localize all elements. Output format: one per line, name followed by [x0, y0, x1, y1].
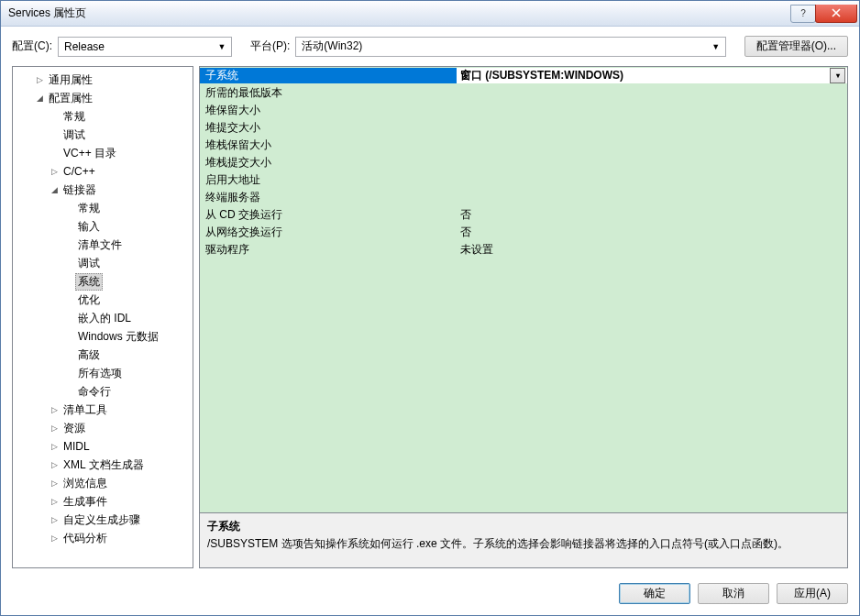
- property-label: 所需的最低版本: [200, 85, 457, 101]
- tree-item[interactable]: VC++ 目录: [13, 144, 193, 162]
- chevron-down-icon: ▼: [709, 42, 723, 51]
- property-row[interactable]: 启用大地址: [200, 171, 847, 189]
- tree-item[interactable]: ▷C/C++: [13, 162, 193, 181]
- expander-closed-icon[interactable]: ▷: [48, 424, 61, 433]
- tree-item[interactable]: 嵌入的 IDL: [13, 309, 193, 327]
- tree-item-label: XML 文档生成器: [61, 456, 147, 474]
- right-pane: 子系统窗口 (/SUBSYSTEM:WINDOWS)▾所需的最低版本堆保留大小堆…: [199, 66, 848, 568]
- close-button[interactable]: [815, 5, 857, 23]
- property-value[interactable]: 未设置: [457, 242, 847, 258]
- expander-closed-icon[interactable]: ▷: [48, 442, 61, 451]
- property-value-text: 否: [460, 225, 847, 240]
- tree-item[interactable]: 高级: [13, 346, 193, 364]
- expander-open-icon[interactable]: ◢: [33, 94, 46, 103]
- property-row[interactable]: 从 CD 交换运行否: [200, 206, 847, 224]
- titlebar-buttons: ?: [791, 5, 857, 23]
- property-row[interactable]: 堆保留大小: [200, 102, 847, 119]
- tree-item[interactable]: 系统: [13, 272, 193, 291]
- tree-item[interactable]: ▷资源: [13, 419, 193, 437]
- expander-closed-icon[interactable]: ▷: [48, 167, 61, 176]
- tree-item[interactable]: Windows 元数据: [13, 327, 193, 346]
- tree-item-label: Windows 元数据: [75, 328, 161, 346]
- tree-item[interactable]: ▷清单工具: [13, 401, 193, 419]
- tree-item-label: 浏览信息: [61, 475, 110, 492]
- tree-item[interactable]: 命令行: [13, 382, 193, 401]
- config-toolbar: 配置(C): Release ▼ 平台(P): 活动(Win32) ▼ 配置管理…: [1, 27, 859, 66]
- tree-item[interactable]: ▷生成事件: [13, 492, 193, 511]
- tree-item-label: 自定义生成步骤: [61, 512, 143, 529]
- tree-item[interactable]: 常规: [13, 199, 193, 217]
- tree-item[interactable]: 输入: [13, 217, 193, 236]
- tree-item[interactable]: ▷浏览信息: [13, 474, 193, 492]
- tree-item[interactable]: ▷代码分析: [13, 529, 193, 547]
- expander-open-icon[interactable]: ◢: [48, 185, 61, 194]
- property-label: 驱动程序: [200, 242, 457, 258]
- config-combo[interactable]: Release ▼: [58, 37, 232, 57]
- expander-closed-icon[interactable]: ▷: [48, 478, 61, 488]
- dropdown-arrow-icon[interactable]: ▾: [830, 68, 845, 83]
- property-value[interactable]: 窗口 (/SUBSYSTEM:WINDOWS)▾: [457, 68, 847, 83]
- property-label: 堆栈提交大小: [200, 155, 457, 170]
- desc-text: /SUBSYSTEM 选项告知操作系统如何运行 .exe 文件。子系统的选择会影…: [207, 536, 840, 552]
- tree-item[interactable]: ◢链接器: [13, 181, 193, 199]
- platform-value: 活动(Win32): [302, 38, 708, 54]
- tree-item-label: 清单工具: [61, 402, 110, 419]
- property-row[interactable]: 堆提交大小: [200, 119, 847, 137]
- property-grid[interactable]: 子系统窗口 (/SUBSYSTEM:WINDOWS)▾所需的最低版本堆保留大小堆…: [200, 67, 847, 512]
- tree-item-label: 生成事件: [61, 493, 110, 511]
- tree-item-label: 调试: [61, 126, 88, 144]
- ok-button[interactable]: 确定: [619, 583, 690, 604]
- category-tree[interactable]: ▷通用属性◢配置属性常规调试VC++ 目录▷C/C++◢链接器常规输入清单文件调…: [12, 66, 193, 568]
- property-row[interactable]: 所需的最低版本: [200, 84, 847, 102]
- tree-item-label: MIDL: [61, 439, 93, 454]
- expander-closed-icon[interactable]: ▷: [48, 460, 61, 469]
- config-value: Release: [64, 40, 215, 53]
- property-label: 启用大地址: [200, 172, 457, 188]
- tree-item[interactable]: 调试: [13, 126, 193, 144]
- property-row[interactable]: 子系统窗口 (/SUBSYSTEM:WINDOWS)▾: [200, 67, 847, 84]
- description-pane: 子系统 /SUBSYSTEM 选项告知操作系统如何运行 .exe 文件。子系统的…: [200, 512, 847, 567]
- property-row[interactable]: 终端服务器: [200, 189, 847, 206]
- property-value-text: 未设置: [460, 242, 847, 258]
- tree-item[interactable]: 清单文件: [13, 236, 193, 254]
- platform-combo[interactable]: 活动(Win32) ▼: [295, 37, 725, 57]
- property-row[interactable]: 驱动程序未设置: [200, 241, 847, 258]
- tree-item-label: 高级: [75, 346, 103, 364]
- config-label: 配置(C):: [12, 38, 52, 54]
- help-button[interactable]: ?: [790, 5, 816, 23]
- cancel-button[interactable]: 取消: [698, 583, 769, 604]
- property-value[interactable]: 否: [457, 225, 847, 240]
- expander-closed-icon[interactable]: ▷: [48, 515, 61, 524]
- tree-item-label: 系统: [75, 273, 103, 291]
- tree-item[interactable]: ▷通用属性: [13, 71, 193, 89]
- tree-item-label: 通用属性: [46, 72, 95, 89]
- tree-item[interactable]: 调试: [13, 254, 193, 272]
- property-row[interactable]: 堆栈保留大小: [200, 137, 847, 154]
- tree-item-label: 链接器: [61, 182, 99, 199]
- desc-title: 子系统: [207, 519, 840, 534]
- tree-item-label: 清单文件: [75, 236, 125, 254]
- property-label: 从 CD 交换运行: [200, 207, 457, 223]
- tree-item[interactable]: ▷自定义生成步骤: [13, 511, 193, 529]
- tree-item[interactable]: ◢配置属性: [13, 89, 193, 107]
- expander-closed-icon[interactable]: ▷: [33, 75, 46, 84]
- expander-closed-icon[interactable]: ▷: [48, 534, 61, 543]
- property-value-text: 窗口 (/SUBSYSTEM:WINDOWS): [460, 68, 830, 83]
- tree-item[interactable]: 常规: [13, 107, 193, 126]
- tree-item-label: 配置属性: [46, 90, 95, 107]
- tree-item-label: 代码分析: [61, 530, 110, 547]
- property-label: 从网络交换运行: [200, 225, 457, 240]
- tree-item-label: 常规: [61, 108, 88, 126]
- tree-item[interactable]: ▷MIDL: [13, 437, 193, 456]
- apply-button[interactable]: 应用(A): [777, 583, 848, 604]
- tree-item[interactable]: 所有选项: [13, 364, 193, 382]
- tree-item-label: 命令行: [75, 383, 114, 401]
- tree-item[interactable]: ▷XML 文档生成器: [13, 456, 193, 474]
- expander-closed-icon[interactable]: ▷: [48, 405, 61, 414]
- config-manager-button[interactable]: 配置管理器(O)...: [744, 36, 848, 57]
- property-value[interactable]: 否: [457, 207, 847, 223]
- tree-item[interactable]: 优化: [13, 291, 193, 309]
- property-row[interactable]: 堆栈提交大小: [200, 154, 847, 171]
- expander-closed-icon[interactable]: ▷: [48, 497, 61, 506]
- property-row[interactable]: 从网络交换运行否: [200, 224, 847, 241]
